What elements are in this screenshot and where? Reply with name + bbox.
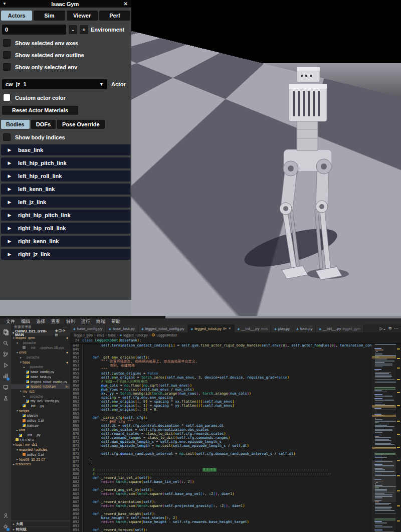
source-control-icon[interactable]: [2, 348, 10, 360]
workspace-root-row[interactable]: ▾ CHIWU_DZ1_GYM-MAIN ✚ ❐ ⟳ ⊟: [11, 330, 70, 335]
editor-tab-legged_robot_config.py[interactable]: ◆legged_robot_config.py: [138, 324, 188, 332]
tree-item-LICENSE[interactable]: LICENSE: [11, 437, 70, 442]
run-python-icon[interactable]: ▷⌄: [379, 326, 386, 331]
menu-帮助[interactable]: 帮助: [108, 318, 123, 325]
editor-tab-legged_robot.py[interactable]: ◆legged_robot.py9+✕: [188, 324, 235, 332]
editor-tab-base_task.py[interactable]: ◆base_task.py: [106, 324, 138, 332]
menu-终端[interactable]: 终端: [93, 318, 108, 325]
breadcrumb[interactable]: legged_gym›envs›base›◆legged_robot.py›CL…: [70, 332, 401, 337]
editor-tab-play.py[interactable]: ◆play.py: [271, 324, 293, 332]
search-icon[interactable]: [2, 337, 10, 348]
run-debug-icon[interactable]: [2, 360, 10, 371]
body-link-row[interactable]: ▶left_hip_roll_link: [1, 170, 130, 182]
tree-item-Nov09_15-25-07_[interactable]: ▸Nov09_15-25-07_: [11, 457, 70, 462]
menu-文件[interactable]: 文件: [3, 318, 18, 325]
tree-item-resources[interactable]: ▸resources: [11, 462, 70, 467]
body-link-row[interactable]: ▶left_jz_link: [1, 197, 130, 208]
tab-bodies[interactable]: Bodies: [1, 120, 30, 129]
expand-arrow-icon[interactable]: ▶: [1, 226, 18, 231]
close-icon[interactable]: ✕: [229, 326, 231, 330]
body-link-row[interactable]: ▶left_kenn_link: [1, 184, 130, 195]
expand-arrow-icon[interactable]: ▶: [1, 173, 18, 179]
tree-item-legged_robot.py[interactable]: legged_robot.py9+: [11, 384, 70, 389]
testing-beaker-icon[interactable]: [2, 393, 10, 404]
tree-item-base[interactable]: ▾base●: [11, 360, 70, 365]
tree-item-my_dz1[interactable]: ▾my_dz1: [11, 389, 70, 394]
menu-选择[interactable]: 选择: [33, 318, 48, 325]
more-actions-icon[interactable]: ⋯: [394, 326, 398, 331]
reset-actor-materials-button[interactable]: Reset Actor Materials: [2, 106, 78, 115]
tree-item-__init__.py[interactable]: __init__.py: [11, 433, 70, 438]
extensions-icon[interactable]: [2, 371, 10, 382]
tree-item-exported / policies[interactable]: ▾exported / policies: [11, 447, 70, 452]
tree-item-__pycache__[interactable]: ▸__pycache__: [11, 365, 70, 370]
body-link-row[interactable]: ▶left_hip_pitch_link: [1, 157, 130, 168]
tree-item-__init__.cpython-38.pyc[interactable]: __init__.cpython-38.pyc: [11, 345, 70, 350]
menu-运行[interactable]: 运行: [78, 318, 93, 325]
editor-tab-__init__.py[interactable]: ◆__init__.pyenvs: [235, 324, 272, 332]
menu-查看[interactable]: 查看: [48, 318, 63, 325]
tab-pose-override[interactable]: Pose Override: [57, 120, 105, 129]
tree-item-base_config.py[interactable]: base_config.py: [11, 370, 70, 375]
tab-perf[interactable]: Perf: [99, 11, 130, 21]
expand-arrow-icon[interactable]: ▶: [1, 187, 18, 192]
breadcrumb-item[interactable]: LeggedRobot: [156, 333, 177, 337]
tree-item-scripts[interactable]: ▾scripts: [11, 408, 70, 413]
expand-arrow-icon[interactable]: ▶: [1, 213, 18, 218]
body-link-row[interactable]: ▶base_link: [1, 144, 130, 155]
editor-tab-base_config.py[interactable]: ◆base_config.py: [70, 324, 106, 332]
tree-item-policy_1.pt[interactable]: policy_1.pt: [11, 452, 70, 457]
menu-转到[interactable]: 转到: [63, 318, 78, 325]
settings-gear-icon[interactable]: [2, 521, 10, 532]
account-icon[interactable]: [2, 510, 10, 521]
checkbox[interactable]: [3, 63, 11, 71]
tree-item-utils[interactable]: ▸utils: [11, 428, 70, 433]
tree-item-play.py[interactable]: play.py: [11, 413, 70, 418]
environment-index-input[interactable]: 0: [2, 25, 66, 35]
tree-item-__pycache__[interactable]: ▸__pycache__: [11, 394, 70, 399]
menu-编辑[interactable]: 编辑: [18, 318, 33, 325]
tree-item-envs[interactable]: ▾envs●: [11, 350, 70, 355]
minimap-slider[interactable]: [372, 460, 396, 502]
collapse-icon[interactable]: ▼: [3, 2, 7, 6]
tree-item-__init__.py[interactable]: __init__.py: [11, 404, 70, 409]
tab-sim[interactable]: Sim: [34, 11, 65, 21]
tab-actors[interactable]: Actors: [1, 11, 32, 21]
tab-dofs[interactable]: DOFs: [31, 120, 56, 129]
body-link-row[interactable]: ▶right_hip_pitch_link: [1, 210, 130, 221]
body-link-row[interactable]: ▶right_kenn_link: [1, 236, 130, 247]
files-icon[interactable]: [2, 326, 10, 337]
breadcrumb-item[interactable]: envs: [97, 333, 104, 337]
checkbox[interactable]: [3, 51, 11, 59]
editor-tab-train.py[interactable]: ◆train.py: [293, 324, 316, 332]
tree-item-legged_robot_config.py[interactable]: legged_robot_config.py: [11, 379, 70, 384]
expand-arrow-icon[interactable]: ▶: [1, 147, 18, 152]
body-link-row[interactable]: ▶right_hip_roll_link: [1, 223, 130, 234]
code-view[interactable]: 848 self.termination_contact_indices[i] …: [70, 343, 401, 532]
tree-item-legged_gym[interactable]: ▾legged_gym●: [11, 335, 70, 340]
3d-viewport[interactable]: [131, 0, 401, 316]
tree-item-logs / my_dz1[interactable]: ▾logs / my_dz1: [11, 442, 70, 447]
checkbox[interactable]: [3, 39, 11, 47]
show-body-indices-checkbox[interactable]: [3, 133, 11, 141]
expand-arrow-icon[interactable]: ▶: [1, 239, 18, 244]
tree-item-my_dz1_config.py[interactable]: my_dz1_config.py: [11, 399, 70, 404]
tree-item-__pycache__[interactable]: ▸__pycache__: [11, 355, 70, 360]
tree-item-policy_1.pt[interactable]: policy_1.pt: [11, 418, 70, 423]
tree-item-base_task.py[interactable]: base_task.py: [11, 375, 70, 380]
tab-viewer[interactable]: Viewer: [67, 11, 98, 21]
breadcrumb-item[interactable]: legged_robot.py: [123, 333, 148, 337]
expand-arrow-icon[interactable]: ▶: [1, 200, 18, 205]
expand-arrow-icon[interactable]: ▶: [1, 160, 18, 165]
body-link-row[interactable]: ▶right_jz_link: [1, 249, 130, 260]
remote-explorer-icon[interactable]: [2, 382, 10, 393]
editor-tab-__init__.py[interactable]: ◆__init__.pylegged_gym: [316, 324, 363, 332]
sidebar-panel-大纲[interactable]: ▸大纲: [11, 521, 70, 526]
breadcrumb-item[interactable]: legged_gym: [74, 333, 93, 337]
expand-arrow-icon[interactable]: ▶: [1, 252, 18, 257]
split-editor-icon[interactable]: ⧉: [388, 326, 391, 331]
actor-dropdown[interactable]: cw_jz_1 ▼: [2, 79, 107, 89]
env-decrement-button[interactable]: -: [69, 25, 77, 34]
sidebar-panel-时间线[interactable]: ▸时间线: [11, 526, 70, 532]
tree-item-__pycache__[interactable]: ▾__pycache__: [11, 340, 70, 345]
